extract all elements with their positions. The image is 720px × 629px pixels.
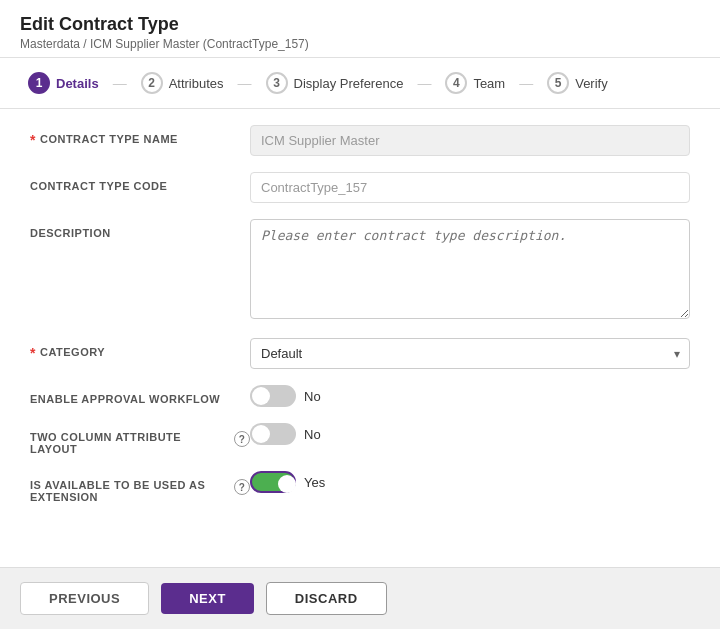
two-column-toggle-wrapper: No — [250, 423, 690, 445]
enable-approval-row: ENABLE APPROVAL WORKFLOW No — [30, 385, 690, 407]
enable-approval-label: ENABLE APPROVAL WORKFLOW — [30, 385, 250, 405]
step-number-1: 1 — [28, 72, 50, 94]
extension-toggle-label: Yes — [304, 475, 325, 490]
form-footer: PREVIOUS NEXT DISCARD — [0, 567, 720, 629]
next-button[interactable]: NEXT — [161, 583, 254, 614]
step-number-3: 3 — [266, 72, 288, 94]
category-select[interactable]: Default Standard Custom — [250, 338, 690, 369]
extension-toggle[interactable] — [250, 471, 296, 493]
step-divider-2: — — [236, 75, 254, 91]
extension-row: IS AVAILABLE TO BE USED AS EXTENSION ? Y… — [30, 471, 690, 503]
step-divider-4: — — [517, 75, 535, 91]
category-label: * CATEGORY — [30, 338, 250, 360]
step-label-1: Details — [56, 76, 99, 91]
two-column-toggle-label: No — [304, 427, 321, 442]
enable-approval-toggle-label: No — [304, 389, 321, 404]
contract-type-name-row: * CONTRACT TYPE NAME — [30, 125, 690, 156]
enable-approval-slider — [250, 385, 296, 407]
contract-type-code-row: CONTRACT TYPE CODE — [30, 172, 690, 203]
two-column-control: No — [250, 423, 690, 445]
extension-toggle-wrapper: Yes — [250, 471, 690, 493]
discard-button[interactable]: DISCARD — [266, 582, 387, 615]
step-label-5: Verify — [575, 76, 608, 91]
extension-label: IS AVAILABLE TO BE USED AS EXTENSION ? — [30, 471, 250, 503]
contract-type-name-control — [250, 125, 690, 156]
two-column-slider — [250, 423, 296, 445]
page-title: Edit Contract Type — [20, 14, 700, 35]
contract-type-code-control — [250, 172, 690, 203]
required-star-2: * — [30, 346, 36, 360]
contract-type-name-label: * CONTRACT TYPE NAME — [30, 125, 250, 147]
step-divider-1: — — [111, 75, 129, 91]
category-row: * CATEGORY Default Standard Custom ▾ — [30, 338, 690, 369]
wizard-steps: 1 Details — 2 Attributes — 3 Display Pre… — [0, 58, 720, 109]
wizard-step-4[interactable]: 4 Team — [437, 68, 513, 98]
description-row: DESCRIPTION — [30, 219, 690, 322]
page-header: Edit Contract Type Masterdata / ICM Supp… — [0, 0, 720, 58]
step-number-2: 2 — [141, 72, 163, 94]
two-column-help-icon[interactable]: ? — [234, 431, 250, 447]
two-column-label: TWO COLUMN ATTRIBUTE LAYOUT ? — [30, 423, 250, 455]
enable-approval-toggle[interactable] — [250, 385, 296, 407]
extension-control: Yes — [250, 471, 690, 493]
required-star: * — [30, 133, 36, 147]
category-select-wrapper: Default Standard Custom ▾ — [250, 338, 690, 369]
extension-help-icon[interactable]: ? — [234, 479, 250, 495]
previous-button[interactable]: PREVIOUS — [20, 582, 149, 615]
two-column-toggle[interactable] — [250, 423, 296, 445]
wizard-step-2[interactable]: 2 Attributes — [133, 68, 232, 98]
step-label-3: Display Preference — [294, 76, 404, 91]
contract-type-code-label: CONTRACT TYPE CODE — [30, 172, 250, 192]
contract-type-name-input[interactable] — [250, 125, 690, 156]
breadcrumb: Masterdata / ICM Supplier Master (Contra… — [20, 37, 700, 51]
form-content: * CONTRACT TYPE NAME CONTRACT TYPE CODE … — [0, 109, 720, 567]
category-control: Default Standard Custom ▾ — [250, 338, 690, 369]
contract-type-code-input[interactable] — [250, 172, 690, 203]
step-number-5: 5 — [547, 72, 569, 94]
two-column-row: TWO COLUMN ATTRIBUTE LAYOUT ? No — [30, 423, 690, 455]
step-label-2: Attributes — [169, 76, 224, 91]
extension-slider — [250, 471, 296, 493]
step-divider-3: — — [415, 75, 433, 91]
enable-approval-control: No — [250, 385, 690, 407]
wizard-step-5[interactable]: 5 Verify — [539, 68, 616, 98]
step-label-4: Team — [473, 76, 505, 91]
wizard-step-1[interactable]: 1 Details — [20, 68, 107, 98]
description-label: DESCRIPTION — [30, 219, 250, 239]
description-control — [250, 219, 690, 322]
enable-approval-toggle-wrapper: No — [250, 385, 690, 407]
wizard-step-3[interactable]: 3 Display Preference — [258, 68, 412, 98]
step-number-4: 4 — [445, 72, 467, 94]
description-textarea[interactable] — [250, 219, 690, 319]
